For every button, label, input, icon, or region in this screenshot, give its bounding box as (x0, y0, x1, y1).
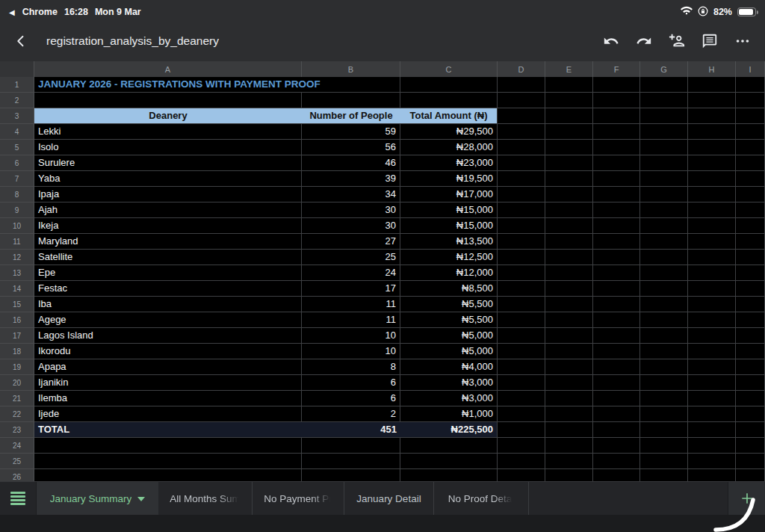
cell-E5[interactable] (545, 140, 593, 155)
cell-E18[interactable] (545, 344, 593, 359)
cell-A1[interactable]: JANUARY 2026 - REGISTRATIONS WITH PAYMEN… (34, 77, 400, 93)
cell-B17[interactable]: 10 (302, 328, 400, 344)
cell-B8[interactable]: 34 (302, 187, 400, 202)
cell-E7[interactable] (545, 171, 593, 187)
cell-H24[interactable] (688, 438, 736, 454)
column-header-B[interactable]: B (302, 61, 400, 78)
cell-I19[interactable] (736, 359, 765, 375)
cell-I3[interactable] (736, 108, 765, 124)
cell-B15[interactable]: 11 (302, 297, 400, 312)
cell-B6[interactable]: 46 (302, 155, 400, 171)
cell-I20[interactable] (736, 375, 765, 391)
grid-corner[interactable] (0, 61, 34, 78)
cell-I25[interactable] (736, 454, 765, 469)
cell-G13[interactable] (640, 265, 688, 281)
cell-G9[interactable] (640, 202, 688, 218)
cell-C26[interactable] (400, 469, 498, 481)
cell-C10[interactable]: ₦15,000 (400, 218, 498, 234)
cell-F2[interactable] (593, 93, 640, 108)
cell-F10[interactable] (593, 218, 640, 234)
cell-D19[interactable] (498, 359, 545, 375)
cell-G3[interactable] (640, 108, 688, 124)
row-header-16[interactable]: 16 (0, 312, 34, 328)
column-header-G[interactable]: G (640, 61, 688, 78)
cell-B2[interactable] (302, 93, 400, 108)
cell-A26[interactable] (34, 469, 302, 481)
cell-A6[interactable]: Surulere (34, 155, 302, 171)
cell-C9[interactable]: ₦15,000 (400, 202, 498, 218)
cell-G14[interactable] (640, 281, 688, 297)
cell-D18[interactable] (498, 344, 545, 359)
cell-I13[interactable] (736, 265, 765, 281)
cell-H11[interactable] (688, 234, 736, 250)
cell-E22[interactable] (545, 406, 593, 422)
cell-E23[interactable] (545, 422, 593, 438)
cell-G1[interactable] (640, 77, 688, 93)
column-header-E[interactable]: E (545, 61, 593, 78)
cell-E20[interactable] (545, 375, 593, 391)
cell-H2[interactable] (688, 93, 736, 108)
cell-G17[interactable] (640, 328, 688, 344)
row-header-22[interactable]: 22 (0, 406, 34, 422)
row-header-19[interactable]: 19 (0, 359, 34, 375)
cell-E8[interactable] (545, 187, 593, 202)
cell-F12[interactable] (593, 250, 640, 265)
column-header-A[interactable]: A (34, 61, 302, 78)
cell-I14[interactable] (736, 281, 765, 297)
cell-H23[interactable] (688, 422, 736, 438)
cell-D17[interactable] (498, 328, 545, 344)
tab-all-months-summary[interactable]: All Months Sum (158, 482, 253, 515)
sheets-menu-button[interactable] (0, 482, 37, 515)
cell-D2[interactable] (498, 93, 545, 108)
cell-E3[interactable] (545, 108, 593, 124)
row-header-6[interactable]: 6 (0, 155, 34, 171)
cell-H14[interactable] (688, 281, 736, 297)
cell-D11[interactable] (498, 234, 545, 250)
cell-A2[interactable] (34, 93, 302, 108)
cell-B16[interactable]: 11 (302, 312, 400, 328)
cell-F21[interactable] (593, 391, 640, 406)
row-header-17[interactable]: 17 (0, 328, 34, 344)
cell-H21[interactable] (688, 391, 736, 406)
cell-B22[interactable]: 2 (302, 406, 400, 422)
cell-H19[interactable] (688, 359, 736, 375)
row-header-2[interactable]: 2 (0, 93, 34, 108)
cell-H5[interactable] (688, 140, 736, 155)
cell-E11[interactable] (545, 234, 593, 250)
cell-B23[interactable]: 451 (302, 422, 400, 438)
cell-A13[interactable]: Epe (34, 265, 302, 281)
cell-D8[interactable] (498, 187, 545, 202)
row-header-8[interactable]: 8 (0, 187, 34, 202)
cell-B10[interactable]: 30 (302, 218, 400, 234)
cell-E12[interactable] (545, 250, 593, 265)
cell-C11[interactable]: ₦13,500 (400, 234, 498, 250)
cell-D10[interactable] (498, 218, 545, 234)
cell-B7[interactable]: 39 (302, 171, 400, 187)
cell-F16[interactable] (593, 312, 640, 328)
cell-H8[interactable] (688, 187, 736, 202)
cell-C4[interactable]: ₦29,500 (400, 124, 498, 140)
row-header-5[interactable]: 5 (0, 140, 34, 155)
cell-A20[interactable]: Ijanikin (34, 375, 302, 391)
cell-C15[interactable]: ₦5,500 (400, 297, 498, 312)
share-add-person-button[interactable] (668, 32, 686, 50)
cell-C24[interactable] (400, 438, 498, 454)
cell-F11[interactable] (593, 234, 640, 250)
cell-G21[interactable] (640, 391, 688, 406)
row-header-9[interactable]: 9 (0, 202, 34, 218)
cell-B20[interactable]: 6 (302, 375, 400, 391)
cell-B18[interactable]: 10 (302, 344, 400, 359)
row-header-11[interactable]: 11 (0, 234, 34, 250)
cell-I16[interactable] (736, 312, 765, 328)
cell-A3[interactable]: Deanery (34, 108, 302, 124)
cell-B14[interactable]: 17 (302, 281, 400, 297)
cell-G16[interactable] (640, 312, 688, 328)
column-header-I[interactable]: I (736, 61, 765, 78)
cell-F26[interactable] (593, 469, 640, 481)
cell-F19[interactable] (593, 359, 640, 375)
cell-C22[interactable]: ₦1,000 (400, 406, 498, 422)
cell-H25[interactable] (688, 454, 736, 469)
cell-G10[interactable] (640, 218, 688, 234)
cell-F23[interactable] (593, 422, 640, 438)
cell-G19[interactable] (640, 359, 688, 375)
